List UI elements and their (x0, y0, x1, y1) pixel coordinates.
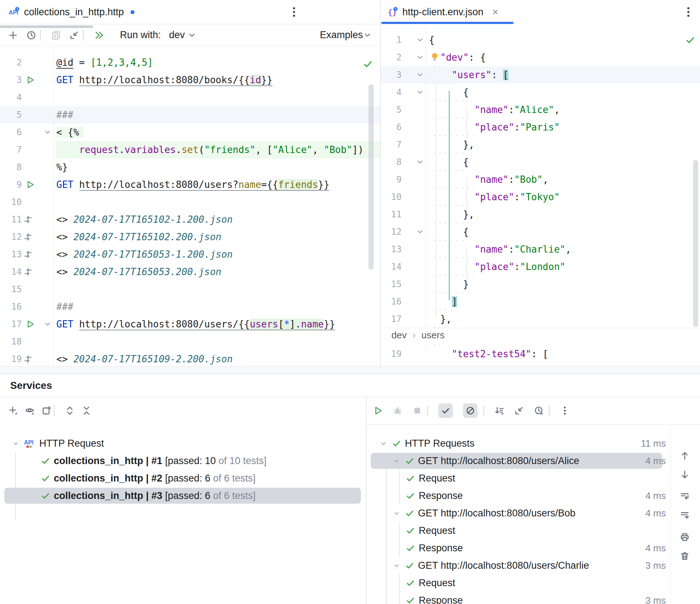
code-line[interactable]: 8%} (0, 158, 380, 176)
code-line[interactable]: 3"users": [ (381, 66, 700, 84)
request-response-icon[interactable] (23, 354, 33, 364)
code-line[interactable]: 12{ (381, 223, 700, 241)
code-line[interactable]: 8{ (381, 153, 700, 171)
code-line[interactable]: 6"place":"Paris" (381, 118, 700, 136)
run-all-icon[interactable] (94, 30, 104, 40)
examples-menu[interactable]: Examples (320, 24, 363, 46)
code-line[interactable]: 12<> 2024-07-17T165102.200.json (0, 228, 380, 246)
fold-chevron-icon[interactable] (415, 70, 425, 80)
expand-all-icon[interactable] (65, 406, 75, 416)
code-line[interactable]: 5### (0, 106, 380, 124)
code-line[interactable]: 4 (0, 89, 380, 106)
code-line[interactable]: 9"name":"Bob", (381, 171, 700, 188)
request-response-icon[interactable] (23, 232, 33, 242)
code-line[interactable]: 18 (0, 333, 380, 350)
request-detail-row[interactable]: Response3 ms (366, 592, 671, 604)
code-line[interactable]: 16] (381, 293, 700, 310)
trash-icon[interactable] (680, 551, 690, 561)
code-line[interactable]: 9GET http://localhost:8080/users?name={{… (0, 176, 380, 193)
more-icon[interactable] (560, 406, 570, 416)
code-line[interactable]: 11<> 2024-07-17T165102-1.200.json (0, 211, 380, 228)
close-tab-icon[interactable] (491, 8, 499, 16)
code-line[interactable]: 4{ (381, 84, 700, 101)
request-response-icon[interactable] (23, 267, 33, 277)
run-request-icon[interactable] (25, 319, 35, 329)
code-line[interactable]: 17GET http://localhost:8080/users/{{user… (0, 315, 380, 333)
inspections-ok-icon[interactable] (363, 59, 373, 69)
services-root-row[interactable]: APIHTTP Request (0, 435, 366, 452)
play-icon[interactable] (373, 406, 383, 416)
code-line[interactable]: 14<> 2024-07-17T165053.200.json (0, 263, 380, 281)
request-detail-row[interactable]: Request (366, 522, 671, 539)
test-node-row[interactable]: HTTP Requests11 ms (366, 435, 671, 452)
tab-more-icon[interactable] (682, 6, 695, 18)
chevron-down-icon[interactable] (393, 562, 401, 570)
fold-chevron-icon[interactable] (415, 53, 425, 62)
run-item-row[interactable]: collections_in_http | #2 [passed: 6 of 6… (0, 470, 366, 487)
env-select[interactable]: dev (169, 24, 185, 46)
request-detail-row[interactable]: Request (366, 470, 671, 487)
chevron-down-icon[interactable] (393, 457, 401, 465)
code-line[interactable]: 5"name":"Alice", (381, 101, 700, 118)
request-response-icon[interactable] (23, 250, 33, 259)
code-line[interactable]: 19"test2-test54": [ (381, 345, 700, 359)
request-response-icon[interactable] (23, 215, 33, 224)
code-line[interactable]: 7}, (381, 136, 700, 153)
breadcrumb-item-dev[interactable]: dev (391, 330, 407, 341)
editor-scrollbar[interactable] (369, 84, 374, 270)
printer-icon[interactable] (680, 532, 690, 542)
scroll-to-end-icon[interactable] (680, 510, 690, 520)
tab-http-client-env-json[interactable]: {} http-client.env.json (383, 0, 503, 24)
code-line[interactable]: 13"name":"Charlie", (381, 241, 700, 258)
tab-more-icon[interactable] (288, 6, 300, 18)
run-item-row[interactable]: collections_in_http | #1 [passed: 10 of … (0, 452, 366, 470)
code-line[interactable]: 14"place":"London" (381, 258, 700, 275)
add-icon[interactable] (8, 30, 18, 40)
test-node-row[interactable]: GET http://localhost:8080/users/Bob4 ms (366, 504, 671, 522)
test-node-row[interactable]: GET http://localhost:8080/users/Charlie3… (366, 557, 671, 574)
chevron-down-icon[interactable] (187, 31, 197, 40)
arrow-up-icon[interactable] (680, 451, 690, 461)
json-editor[interactable]: 1{2"dev": {3"users": [4{5"name":"Alice",… (381, 24, 700, 359)
code-line[interactable]: 2@id = [1,2,3,4,5] (0, 54, 380, 71)
fold-chevron-icon[interactable] (43, 319, 52, 329)
history-icon[interactable] (26, 30, 36, 40)
code-line[interactable]: 6< {% (0, 124, 380, 141)
code-line[interactable]: 17}, (381, 310, 700, 328)
inspections-ok-icon[interactable] (685, 35, 695, 45)
chevron-down-icon[interactable] (12, 440, 20, 448)
code-line[interactable]: 15 (0, 281, 380, 298)
history-dropdown-icon[interactable] (534, 406, 544, 416)
import-icon[interactable] (69, 30, 79, 40)
preview-dropdown-icon[interactable] (25, 406, 35, 416)
show-ignored-button[interactable] (463, 403, 478, 418)
code-line[interactable]: 10"place":"Tokyo" (381, 188, 700, 206)
test-node-row[interactable]: GET http://localhost:8080/users/Alice4 m… (366, 452, 671, 470)
code-line[interactable]: 1{ (381, 31, 700, 49)
open-in-new-tab-icon[interactable] (41, 406, 52, 416)
fold-chevron-icon[interactable] (415, 88, 425, 97)
run-request-icon[interactable] (25, 75, 35, 85)
editor-services-splitter[interactable] (0, 366, 700, 374)
fold-chevron-icon[interactable] (415, 157, 425, 167)
code-line[interactable]: 15} (381, 275, 700, 293)
code-line[interactable]: 11}, (381, 206, 700, 223)
fold-chevron-icon[interactable] (415, 35, 425, 45)
arrow-down-icon[interactable] (680, 470, 690, 480)
code-line[interactable]: 19<> 2024-07-17T165109-2.200.json (0, 350, 380, 366)
services-run-configurations-tree[interactable]: APIHTTP Requestcollections_in_http | #1 … (0, 424, 366, 604)
import-tests-icon[interactable] (514, 406, 524, 416)
sort-by-duration-icon[interactable] (494, 406, 504, 416)
add-dropdown-icon[interactable] (8, 406, 18, 416)
code-line[interactable]: 7 request.variables.set("friends", ["Ali… (0, 141, 380, 158)
test-results-tree[interactable]: HTTP Requests11 msGET http://localhost:8… (366, 424, 671, 604)
fold-chevron-icon[interactable] (415, 227, 425, 237)
request-detail-row[interactable]: Request (366, 574, 671, 592)
run-request-icon[interactable] (25, 180, 35, 189)
editor-scrollbar[interactable] (693, 160, 698, 327)
autoscroll-to-source-icon[interactable] (680, 491, 690, 502)
tab-collections-in-http[interactable]: API collections_in_http.http (5, 0, 138, 24)
chevron-down-icon[interactable] (393, 510, 401, 518)
http-editor[interactable]: 2@id = [1,2,3,4,5]3GET http://localhost:… (0, 47, 380, 366)
breadcrumb-item-users[interactable]: users (422, 330, 445, 341)
